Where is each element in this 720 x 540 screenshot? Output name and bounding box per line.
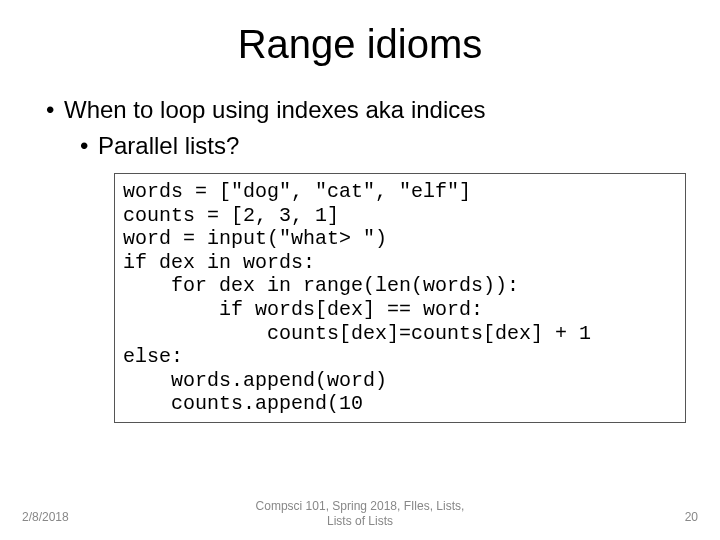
footer-center: Compsci 101, Spring 2018, FIles, Lists, … <box>0 499 720 528</box>
bullet-level-2: •Parallel lists? <box>80 131 680 161</box>
footer-center-line1: Compsci 101, Spring 2018, FIles, Lists, <box>256 499 465 513</box>
bullet-dot-icon: • <box>80 131 98 161</box>
footer-center-line2: Lists of Lists <box>327 514 393 528</box>
bullet-dot-icon: • <box>46 95 64 125</box>
slide: Range idioms •When to loop using indexes… <box>0 0 720 540</box>
slide-title: Range idioms <box>40 22 680 67</box>
bullet-list: •When to loop using indexes aka indices … <box>40 95 680 161</box>
bullet-level-1: •When to loop using indexes aka indices <box>46 95 680 125</box>
code-block: words = ["dog", "cat", "elf"] counts = [… <box>114 173 686 423</box>
bullet-2-text: Parallel lists? <box>98 132 239 159</box>
bullet-1-text: When to loop using indexes aka indices <box>64 96 486 123</box>
footer-page-number: 20 <box>685 510 698 524</box>
